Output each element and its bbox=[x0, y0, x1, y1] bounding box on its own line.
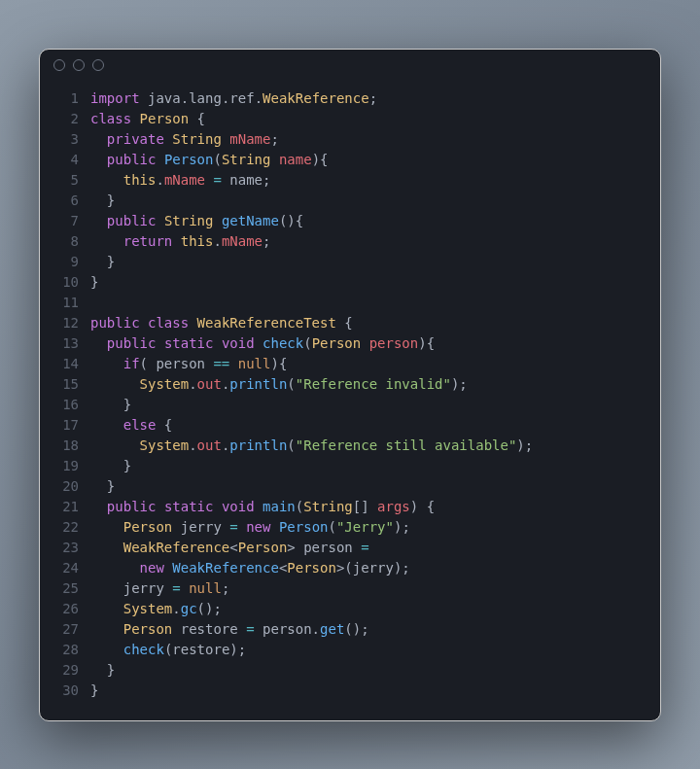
traffic-light-close-icon[interactable] bbox=[53, 59, 65, 71]
token: class bbox=[90, 111, 131, 126]
token: ; bbox=[369, 90, 377, 106]
code-line[interactable]: 2class Person { bbox=[55, 109, 645, 129]
token: null bbox=[238, 356, 271, 371]
token: ); bbox=[451, 376, 468, 392]
token: "Reference still available" bbox=[296, 437, 517, 453]
line-number: 2 bbox=[55, 109, 79, 129]
code-line[interactable]: 9 } bbox=[55, 252, 645, 272]
code-line[interactable]: 10} bbox=[55, 272, 645, 293]
token bbox=[90, 233, 123, 249]
token bbox=[213, 499, 221, 514]
token: class bbox=[148, 315, 189, 331]
token: } bbox=[90, 458, 131, 473]
token bbox=[156, 499, 163, 514]
code-line[interactable]: 14 if( person == null){ bbox=[55, 354, 645, 374]
line-content: WeakReference<Person> person = bbox=[90, 538, 369, 558]
traffic-light-zoom-icon[interactable] bbox=[92, 59, 104, 71]
code-line[interactable]: 13 public static void check(Person perso… bbox=[55, 333, 645, 354]
token bbox=[90, 621, 123, 637]
code-line[interactable]: 4 public Person(String name){ bbox=[55, 150, 645, 170]
line-number: 27 bbox=[55, 619, 79, 640]
code-line[interactable]: 28 check(restore); bbox=[55, 640, 645, 660]
code-line[interactable]: 8 return this.mName; bbox=[55, 231, 645, 252]
code-line[interactable]: 1import java.lang.ref.WeakReference; bbox=[55, 88, 645, 109]
code-line[interactable]: 5 this.mName = name; bbox=[55, 170, 645, 191]
code-line[interactable]: 26 System.gc(); bbox=[55, 599, 645, 619]
code-line[interactable]: 27 Person restore = person.get(); bbox=[55, 619, 645, 640]
token bbox=[90, 437, 140, 453]
token: Person bbox=[279, 519, 329, 535]
line-number: 22 bbox=[55, 517, 79, 538]
token bbox=[156, 213, 163, 228]
line-number: 12 bbox=[55, 313, 79, 333]
token: ( bbox=[287, 376, 295, 392]
code-editor[interactable]: 1import java.lang.ref.WeakReference;2cla… bbox=[40, 81, 660, 720]
token: ( person bbox=[140, 356, 214, 371]
code-line[interactable]: 7 public String getName(){ bbox=[55, 211, 645, 231]
code-line[interactable]: 11 bbox=[55, 293, 645, 313]
token: println bbox=[229, 437, 287, 453]
code-line[interactable]: 29 } bbox=[55, 660, 645, 681]
token: = bbox=[213, 172, 221, 188]
line-number: 7 bbox=[55, 211, 79, 231]
token: println bbox=[229, 376, 287, 392]
token: ( bbox=[303, 335, 311, 351]
token: == bbox=[213, 356, 229, 371]
token: new bbox=[140, 560, 164, 576]
line-content: } bbox=[90, 395, 131, 415]
token: WeakReference bbox=[123, 540, 230, 555]
token: args bbox=[377, 499, 410, 514]
line-number: 25 bbox=[55, 578, 79, 599]
token bbox=[140, 315, 148, 331]
token: "Jerry" bbox=[336, 519, 394, 535]
token bbox=[181, 580, 189, 596]
traffic-light-minimize-icon[interactable] bbox=[73, 59, 85, 71]
code-line[interactable]: 20 } bbox=[55, 476, 645, 497]
token bbox=[90, 560, 140, 576]
line-number: 28 bbox=[55, 640, 79, 660]
token: ){ bbox=[312, 152, 329, 167]
token: ( bbox=[296, 499, 303, 514]
token bbox=[90, 376, 140, 392]
code-line[interactable]: 17 else { bbox=[55, 415, 645, 436]
line-content: public class WeakReferenceTest { bbox=[90, 313, 353, 333]
token: } bbox=[90, 254, 115, 269]
code-line[interactable]: 23 WeakReference<Person> person = bbox=[55, 538, 645, 558]
token: ref bbox=[229, 90, 254, 106]
code-line[interactable]: 3 private String mName; bbox=[55, 129, 645, 150]
line-number: 20 bbox=[55, 476, 79, 497]
token bbox=[213, 213, 221, 228]
token: > person bbox=[287, 540, 361, 555]
code-line[interactable]: 6 } bbox=[55, 191, 645, 211]
token: (restore); bbox=[164, 642, 246, 657]
code-line[interactable]: 24 new WeakReference<Person>(jerry); bbox=[55, 558, 645, 578]
code-line[interactable]: 21 public static void main(String[] args… bbox=[55, 497, 645, 517]
line-content: } bbox=[90, 681, 98, 701]
token: this bbox=[123, 172, 157, 188]
code-line[interactable]: 15 System.out.println("Reference invalid… bbox=[55, 374, 645, 395]
token: . bbox=[189, 376, 196, 392]
token: gc bbox=[181, 601, 197, 616]
token: public bbox=[107, 152, 157, 167]
line-number: 13 bbox=[55, 333, 79, 354]
token: String bbox=[164, 213, 214, 228]
code-line[interactable]: 22 Person jerry = new Person("Jerry"); bbox=[55, 517, 645, 538]
token: (){ bbox=[279, 213, 303, 228]
code-line[interactable]: 16 } bbox=[55, 395, 645, 415]
code-line[interactable]: 30} bbox=[55, 681, 645, 701]
code-line[interactable]: 18 System.out.println("Reference still a… bbox=[55, 436, 645, 456]
code-line[interactable]: 19 } bbox=[55, 456, 645, 476]
token: } bbox=[90, 478, 115, 494]
token: Person bbox=[140, 111, 190, 126]
code-line[interactable]: 25 jerry = null; bbox=[55, 578, 645, 599]
line-content: Person jerry = new Person("Jerry"); bbox=[90, 517, 410, 538]
token: ); bbox=[516, 437, 533, 453]
token bbox=[361, 335, 368, 351]
token: public bbox=[107, 499, 157, 514]
token: jerry bbox=[90, 580, 172, 596]
token: out bbox=[197, 437, 222, 453]
token: String bbox=[222, 152, 271, 167]
token: static bbox=[164, 335, 214, 351]
code-line[interactable]: 12public class WeakReferenceTest { bbox=[55, 313, 645, 333]
token: [] bbox=[353, 499, 377, 514]
